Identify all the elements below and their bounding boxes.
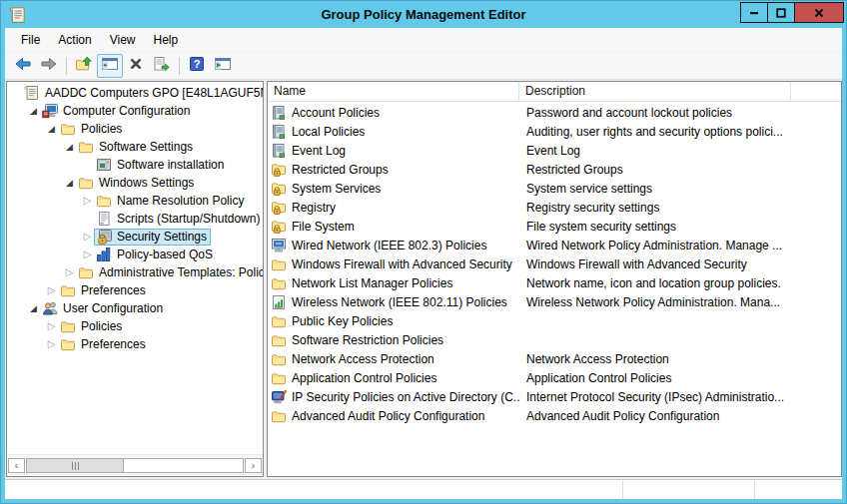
list-row-account-policies[interactable]: Account Policies Password and account lo… <box>268 103 841 122</box>
list-item-name: Account Policies <box>292 106 380 120</box>
list-row-ip-security-policies-on-active-directory-c[interactable]: IP Security Policies on Active Directory… <box>268 387 841 406</box>
expand-arrow[interactable]: ▷ <box>81 192 94 210</box>
menu-action[interactable]: Action <box>49 30 100 50</box>
folder-lock-icon <box>271 200 287 216</box>
show-console-tree-button[interactable] <box>97 54 123 78</box>
tree-item-preferences[interactable]: ▷ Preferences <box>7 281 263 299</box>
scripts-icon <box>96 211 113 227</box>
list-item-name: Wireless Network (IEEE 802.11) Policies <box>292 295 507 309</box>
scrollbar-track[interactable] <box>26 458 244 473</box>
list-row-advanced-audit-policy-configuration[interactable]: Advanced Audit Policy Configuration Adva… <box>268 406 841 425</box>
tree-item-administrative-templates-policy[interactable]: ▷ Administrative Templates: Policy <box>7 263 263 281</box>
list-row-restricted-groups[interactable]: Restricted Groups Restricted Groups <box>268 160 841 179</box>
tree-item-preferences[interactable]: ▷ Preferences <box>7 335 263 353</box>
tree-item-policies[interactable]: ◢ Policies <box>7 120 263 138</box>
back-icon <box>14 56 32 75</box>
tree-item-name-resolution-policy[interactable]: ▷ Name Resolution Policy <box>7 192 263 210</box>
column-header-description[interactable]: Description <box>519 82 791 101</box>
tree-item-software-settings[interactable]: ◢ Software Settings <box>7 138 263 156</box>
tree-item-label: Computer Configuration <box>63 104 190 118</box>
list-item-description: Password and account lockout policies <box>519 106 805 120</box>
expand-arrow[interactable]: ▷ <box>45 317 58 335</box>
delete-button[interactable] <box>123 54 149 78</box>
folder-icon <box>271 256 287 272</box>
tree-item-policies[interactable]: ▷ Policies <box>7 317 263 335</box>
list-row-application-control-policies[interactable]: Application Control Policies Application… <box>268 368 841 387</box>
expand-arrow[interactable]: ◢ <box>63 138 76 156</box>
list-item-name: IP Security Policies on Active Directory… <box>292 390 519 404</box>
expand-arrow[interactable]: ▷ <box>45 281 58 299</box>
scroll-right-button[interactable]: › <box>245 458 262 473</box>
list-row-registry[interactable]: Registry Registry security settings <box>268 198 841 217</box>
list-row-local-policies[interactable]: Local Policies Auditing, user rights and… <box>268 122 841 141</box>
list-item-name: Software Restriction Policies <box>292 333 443 347</box>
expand-arrow[interactable]: ◢ <box>27 299 40 317</box>
list-row-network-access-protection[interactable]: Network Access Protection Network Access… <box>268 349 841 368</box>
list-row-system-services[interactable]: System Services System service settings <box>268 179 841 198</box>
forward-button[interactable] <box>36 54 62 78</box>
tree-item-computer-configuration[interactable]: ◢ Computer Configuration <box>7 102 263 120</box>
help-button[interactable]: ? <box>184 54 210 78</box>
tree-item-software-installation[interactable]: Software installation <box>7 156 263 174</box>
scrollbar-thumb[interactable] <box>27 459 124 472</box>
expand-arrow[interactable]: ▷ <box>63 263 76 281</box>
up-one-level-button[interactable] <box>71 54 97 78</box>
menu-file[interactable]: File <box>12 30 49 50</box>
console-tree: AADDC Computers GPO [E48L1AGUF5NDC ◢ Com… <box>7 82 263 454</box>
tree-item-user-configuration[interactable]: ◢ User Configuration <box>7 299 263 317</box>
expand-arrow[interactable]: ▷ <box>81 228 94 246</box>
expand-arrow[interactable]: ◢ <box>45 120 58 138</box>
close-button[interactable] <box>794 3 843 22</box>
expand-arrow[interactable]: ▷ <box>81 246 94 263</box>
folder-icon <box>60 282 77 298</box>
list-item-name: Application Control Policies <box>292 371 436 385</box>
new-window-button[interactable] <box>210 54 236 78</box>
list-item-description: Restricted Groups <box>519 163 805 177</box>
tree-item-policy-based-qos[interactable]: ▷ Policy-based QoS <box>7 246 263 263</box>
tree-item-windows-settings[interactable]: ◢ Windows Settings <box>7 174 263 192</box>
menu-help[interactable]: Help <box>145 30 188 50</box>
titlebar[interactable]: Group Policy Management Editor <box>1 1 846 28</box>
tree-item-scripts-startup-shutdown[interactable]: Scripts (Startup/Shutdown) <box>7 210 263 228</box>
back-button[interactable] <box>10 54 36 78</box>
list-item-description: Event Log <box>519 144 805 158</box>
list-row-software-restriction-policies[interactable]: Software Restriction Policies <box>268 330 841 349</box>
list-row-wireless-network-ieee-802-11-policies[interactable]: Wireless Network (IEEE 802.11) Policies … <box>268 292 841 311</box>
tree-item-security-settings[interactable]: ▷ Security Settings <box>7 228 263 246</box>
toolbar-separator <box>66 57 67 75</box>
menu-view[interactable]: View <box>101 30 145 50</box>
folder-icon <box>78 175 95 191</box>
minimize-button[interactable] <box>741 3 767 22</box>
expand-arrow[interactable]: ▷ <box>45 335 58 353</box>
list-row-wired-network-ieee-802-3-policies[interactable]: Wired Network (IEEE 802.3) Policies Wire… <box>268 236 841 254</box>
tree-item-label: Preferences <box>81 337 146 351</box>
list-item-description: Network name, icon and location group po… <box>519 276 805 290</box>
maximize-button[interactable] <box>767 3 794 22</box>
menu-bar: File Action View Help <box>5 28 842 52</box>
forward-icon <box>40 56 58 75</box>
list-item-name: Advanced Audit Policy Configuration <box>292 409 484 423</box>
expand-arrow[interactable]: ◢ <box>27 102 40 120</box>
list-item-name: Network List Manager Policies <box>292 276 452 290</box>
list-row-windows-firewall-with-advanced-security[interactable]: Windows Firewall with Advanced Security … <box>268 254 841 273</box>
window-title: Group Policy Management Editor <box>1 7 846 22</box>
horizontal-scrollbar[interactable]: ‹ › <box>7 454 263 476</box>
folder-icon <box>271 313 287 329</box>
list-row-event-log[interactable]: Event Log Event Log <box>268 141 841 160</box>
user-icon <box>42 300 59 316</box>
list-item-name: Event Log <box>292 144 346 158</box>
scroll-left-button[interactable]: ‹ <box>8 458 25 473</box>
new-window-icon <box>214 56 232 75</box>
results-pane: Name Description Account Policies Passwo… <box>267 81 842 477</box>
folder-icon <box>60 336 77 352</box>
column-header-name[interactable]: Name <box>268 82 519 101</box>
list-row-public-key-policies[interactable]: Public Key Policies <box>268 311 841 330</box>
list-row-network-list-manager-policies[interactable]: Network List Manager Policies Network na… <box>268 273 841 292</box>
expand-arrow[interactable]: ◢ <box>63 174 76 192</box>
export-list-button[interactable] <box>149 54 175 78</box>
folder-icon <box>271 351 287 367</box>
export-list-icon <box>153 56 171 75</box>
tree-item-aaddc-computers-gpo-e48l1aguf5ndc[interactable]: AADDC Computers GPO [E48L1AGUF5NDC <box>7 84 263 102</box>
list-row-file-system[interactable]: File System File system security setting… <box>268 217 841 236</box>
tree-item-label: Policies <box>81 122 122 136</box>
